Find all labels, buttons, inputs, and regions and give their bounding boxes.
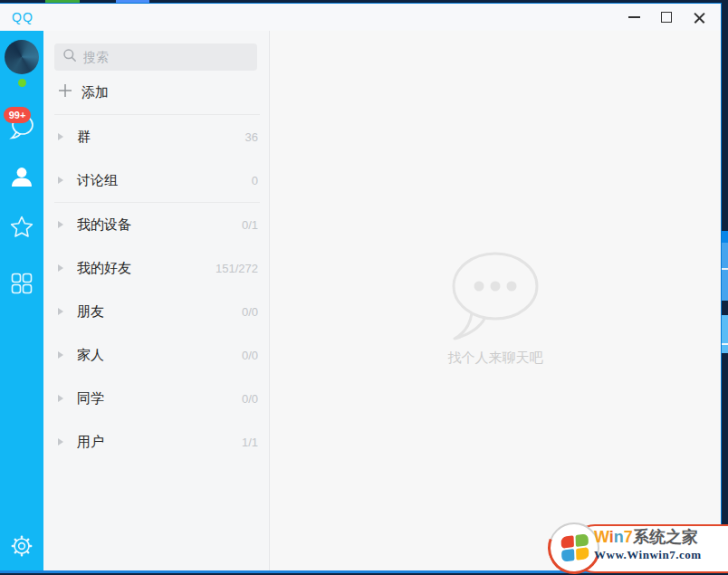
group-count: 1/1 <box>242 436 258 449</box>
close-icon <box>694 12 705 24</box>
app-title: QQ <box>12 10 34 24</box>
plus-icon <box>58 83 72 101</box>
contact-group-row[interactable]: 同学 0/0 <box>43 377 269 420</box>
contacts-panel: 添加 群 36 讨论组 0 我的设备 0/1 <box>43 31 270 570</box>
background-window-sliver-right <box>722 0 728 575</box>
expand-arrow-icon <box>58 395 63 402</box>
minimize-icon <box>628 16 640 18</box>
rail-tab-apps[interactable] <box>0 271 43 300</box>
group-label: 我的设备 <box>77 216 131 234</box>
rail-tab-messages[interactable]: 99+ <box>0 113 43 144</box>
contact-group-row[interactable]: 我的好友 151/272 <box>43 246 269 290</box>
watermark-letter: W <box>594 528 609 546</box>
expand-arrow-icon <box>58 177 63 184</box>
chat-area: 找个人来聊天吧 <box>270 31 721 570</box>
expand-arrow-icon <box>58 264 63 272</box>
search-icon <box>62 48 77 66</box>
nav-rail: 99+ <box>0 31 43 570</box>
gear-icon <box>9 533 34 562</box>
watermark-site-name: 系统之家 <box>633 528 698 546</box>
maximize-button[interactable] <box>650 4 683 31</box>
watermark-url: Www.Winwin7.com <box>594 548 726 562</box>
online-status-dot <box>18 79 26 87</box>
star-icon <box>8 214 35 244</box>
title-bar[interactable]: QQ <box>0 4 721 31</box>
background-window-segment <box>722 268 728 270</box>
settings-button[interactable] <box>0 533 43 562</box>
qq-window: QQ <box>0 3 722 573</box>
group-label: 用户 <box>77 434 104 451</box>
group-count: 151/272 <box>216 262 258 275</box>
unread-badge: 99+ <box>4 107 31 123</box>
group-label: 群 <box>77 129 91 146</box>
group-count: 0/0 <box>242 392 258 406</box>
flag-pane-yellow <box>576 547 589 561</box>
background-window-segment <box>722 231 728 243</box>
watermark-letter: 7 <box>624 528 633 546</box>
maximize-icon <box>661 12 672 23</box>
add-button[interactable]: 添加 <box>43 71 269 114</box>
windows-logo-icon <box>549 522 599 573</box>
watermark-logo: Win7系统之家 Www.Winwin7.com <box>549 521 728 575</box>
group-count: 0 <box>252 174 258 187</box>
flag-pane-blue <box>561 549 574 562</box>
contact-group-row[interactable]: 用户 1/1 <box>43 420 269 464</box>
search-input[interactable] <box>83 50 249 64</box>
flag-pane-green <box>576 533 589 547</box>
rail-tab-contacts[interactable] <box>0 165 43 194</box>
close-button[interactable] <box>683 4 715 31</box>
group-count: 0/1 <box>242 218 258 232</box>
windows-flag-icon <box>561 533 589 562</box>
group-count: 0/0 <box>242 305 258 319</box>
expand-arrow-icon <box>58 133 63 140</box>
expand-arrow-icon <box>58 438 63 446</box>
expand-arrow-icon <box>58 351 63 359</box>
empty-chat-hint: 找个人来聊天吧 <box>441 350 550 367</box>
group-count: 0/0 <box>242 349 258 362</box>
empty-chat-state: 找个人来聊天吧 <box>441 248 550 367</box>
add-button-label: 添加 <box>81 84 109 101</box>
contacts-icon <box>9 165 34 194</box>
user-avatar[interactable] <box>5 40 39 74</box>
watermark-text: Win7系统之家 Www.Winwin7.com <box>594 528 726 562</box>
contact-group-row[interactable]: 家人 0/0 <box>43 333 269 377</box>
flag-pane-red <box>561 535 574 549</box>
group-label: 朋友 <box>77 303 104 321</box>
group-label: 家人 <box>77 347 104 364</box>
background-window-segment <box>722 343 728 345</box>
window-body: 99+ <box>0 31 721 570</box>
expand-arrow-icon <box>58 221 63 228</box>
group-label: 我的好友 <box>77 260 131 277</box>
contact-group-row[interactable]: 朋友 0/0 <box>43 290 269 333</box>
desktop-background: QQ <box>0 0 728 575</box>
grid-icon <box>9 271 34 300</box>
watermark-title: Win7系统之家 <box>594 528 726 546</box>
group-label: 讨论组 <box>77 172 118 189</box>
group-label: 同学 <box>77 390 104 407</box>
expand-arrow-icon <box>58 308 63 315</box>
group-count: 36 <box>245 130 258 144</box>
watermark-letter: n <box>614 528 624 546</box>
contact-group-row[interactable]: 我的设备 0/1 <box>43 203 269 246</box>
rail-tab-favorites[interactable] <box>0 214 43 244</box>
background-window-segment <box>722 315 728 353</box>
search-box[interactable] <box>54 43 257 71</box>
empty-chat-bubble-icon <box>441 330 550 345</box>
background-window-segment <box>722 243 728 301</box>
contact-group-row[interactable]: 群 36 <box>43 115 269 158</box>
minimize-button[interactable] <box>618 4 650 31</box>
window-controls <box>618 4 715 31</box>
contact-group-row[interactable]: 讨论组 0 <box>43 158 269 202</box>
